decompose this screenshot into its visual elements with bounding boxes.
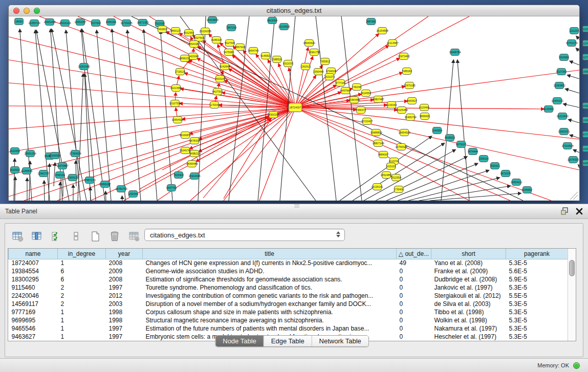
background-window-node[interactable]: 6777 (582, 131, 588, 138)
graph-edge[interactable] (24, 107, 295, 201)
graph-node[interactable]: 11675335 (568, 157, 579, 163)
table-cell[interactable]: 2 (58, 283, 106, 292)
graph-node[interactable]: 9457791 (166, 185, 177, 191)
graph-edge[interactable] (9, 107, 295, 196)
graph-node[interactable]: 9245652 (522, 187, 532, 193)
table-cell[interactable]: Tibbo et al. (1998) (431, 308, 506, 316)
graph-node[interactable]: 12975185 (403, 82, 415, 89)
column-header[interactable]: name (9, 249, 58, 259)
graph-node[interactable]: 19218506 (278, 24, 290, 30)
graph-node[interactable]: 2718126 (175, 69, 185, 75)
table-cell[interactable]: Jankovic et al. (1997) (431, 283, 506, 292)
graph-node[interactable]: 2620650 (10, 148, 20, 155)
table-cell[interactable]: 0 (397, 283, 431, 292)
table-cell[interactable]: 0 (397, 300, 431, 308)
graph-node[interactable]: 18300295 (267, 112, 279, 118)
graph-node[interactable]: 16914446 (188, 173, 200, 180)
table-cell[interactable]: 2 (58, 292, 106, 300)
table-cell[interactable]: 6 (58, 267, 106, 275)
graph-node[interactable]: 10653257 (74, 19, 86, 26)
graph-node[interactable]: 8912954 (184, 30, 194, 36)
table-cell[interactable]: Stergiakouli et al. (2012) (431, 292, 506, 300)
table-cell[interactable]: Structural magnetic resonance image aver… (143, 316, 397, 324)
graph-node[interactable]: 9498222 (189, 150, 200, 157)
graph-node[interactable]: 19654923 (398, 129, 410, 136)
graph-node[interactable]: 1527602 (91, 20, 101, 27)
table-vertical-scrollbar[interactable] (568, 249, 576, 341)
table-cell[interactable]: 0 (397, 333, 431, 341)
graph-node[interactable]: 10719155 (120, 20, 132, 27)
background-window-node[interactable]: 15993 (582, 68, 588, 75)
graph-node[interactable]: 9884067 (378, 151, 388, 158)
select-columns-icon[interactable] (50, 230, 63, 243)
table-cell[interactable]: 14569117 (9, 300, 58, 308)
graph-node[interactable]: 10975887 (56, 163, 68, 169)
graph-node[interactable]: 5878334 (189, 138, 200, 144)
graph-node[interactable]: 16782759 (115, 186, 127, 192)
graph-edge[interactable] (9, 83, 295, 107)
tab-node-table[interactable]: Node Table (215, 336, 264, 346)
graph-node[interactable]: 8186328 (211, 37, 222, 43)
graph-node[interactable]: 16033809 (206, 17, 218, 24)
canvas-resize-grip[interactable] (570, 192, 578, 200)
background-window-node[interactable]: 12744 (582, 40, 588, 47)
graph-node[interactable]: 8427552 (212, 89, 223, 95)
background-window-node[interactable]: 9115 (582, 26, 588, 32)
graph-node[interactable]: 8215953 (543, 106, 554, 113)
graph-node[interactable]: 1545194 (55, 172, 65, 179)
background-window-node[interactable]: 11693 (582, 117, 588, 123)
table-cell[interactable]: 6 (58, 275, 106, 283)
graph-node[interactable]: 7955812 (320, 58, 330, 65)
graph-node[interactable]: 12444133 (551, 98, 563, 104)
graph-edge[interactable] (386, 163, 478, 201)
graph-node[interactable]: 17957273 (83, 177, 95, 184)
table-cell[interactable]: Nakamura et al. (1997) (431, 324, 506, 333)
graph-node[interactable]: 7625402 (173, 172, 184, 179)
graph-node[interactable]: 8454749 (248, 48, 258, 54)
table-cell[interactable]: 49 (397, 259, 431, 267)
table-cell[interactable]: 1997 (106, 324, 143, 333)
graph-node[interactable]: 2867608 (235, 44, 245, 51)
table-cell[interactable]: 5.3E-5 (506, 283, 568, 292)
graph-edge[interactable] (44, 181, 45, 201)
graph-edge[interactable] (9, 107, 295, 175)
network-view-window[interactable]: citations_edges.txt 18650210557242069140… (8, 5, 580, 201)
graph-edge[interactable] (258, 16, 275, 201)
graph-node[interactable]: 10107534 (169, 100, 181, 107)
graph-edge[interactable] (112, 29, 125, 201)
graph-node[interactable]: 16671355 (137, 19, 148, 26)
graph-node[interactable]: 2522554 (391, 174, 401, 181)
graph-edge[interactable] (144, 30, 157, 201)
graph-edge[interactable] (124, 107, 295, 201)
tab-network-table[interactable]: Network Table (312, 336, 368, 346)
delete-table-icon[interactable] (108, 230, 122, 243)
graph-node[interactable]: 16154808 (376, 28, 388, 34)
graph-node[interactable]: 2935114 (478, 156, 489, 162)
graph-node[interactable]: 18316104 (59, 20, 71, 27)
graph-edge[interactable] (578, 165, 579, 166)
table-cell[interactable]: 5.3E-5 (506, 324, 568, 333)
table-cell[interactable]: 1997 (106, 333, 143, 341)
graph-node[interactable]: 7463822 (157, 26, 167, 33)
graph-node[interactable]: 8813054 (267, 17, 277, 24)
graph-edge[interactable] (295, 107, 551, 201)
graph-edge[interactable] (60, 182, 60, 201)
background-window-node[interactable]: 10924 (582, 102, 588, 109)
graph-node[interactable]: 21053346 (78, 63, 90, 70)
table-cell[interactable]: de Silva et al. (2003) (431, 300, 506, 308)
tab-edge-table[interactable]: Edge Table (264, 336, 312, 346)
graph-edge[interactable] (122, 196, 122, 201)
table-mode-icon[interactable] (11, 230, 25, 243)
table-cell[interactable]: Disruption of a novel member of a sodium… (143, 300, 397, 308)
graph-node[interactable]: 6322035 (283, 60, 293, 67)
graph-edge[interactable] (576, 48, 579, 51)
graph-node[interactable]: 20691406 (43, 19, 55, 26)
background-window-node[interactable]: 10160 (582, 145, 588, 152)
graph-node[interactable]: 3919932 (10, 167, 20, 173)
table-cell[interactable]: 5.3E-5 (506, 259, 568, 267)
table-cell[interactable]: Changes of HCN gene expression and I(f) … (143, 259, 397, 267)
table-cell[interactable]: 5.6E-5 (506, 267, 568, 275)
table-cell[interactable]: 5.9E-5 (506, 275, 568, 283)
close-panel-icon[interactable] (576, 208, 583, 215)
graph-node[interactable]: 20364456 (348, 97, 360, 103)
